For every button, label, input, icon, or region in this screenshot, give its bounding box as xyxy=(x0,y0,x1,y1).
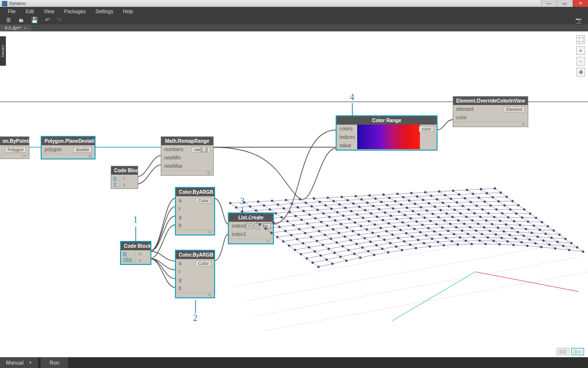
output-port[interactable]: var[]..[] xyxy=(192,147,210,153)
run-mode-label: Manual xyxy=(6,360,24,366)
tab-label: 8.5.dyn* xyxy=(5,26,21,30)
output-port[interactable]: double xyxy=(74,147,92,153)
zoom-in-button[interactable]: + xyxy=(576,46,585,55)
graph-canvas[interactable]: Library xyxy=(0,31,588,357)
node-title: Code Block xyxy=(111,166,138,175)
node-title: Element.OverrideColorInView xyxy=(453,97,528,105)
input-port[interactable]: b xyxy=(179,223,182,228)
toolbar: 🗎 🖿 💾 ↶ ↷ 📷 xyxy=(0,16,588,25)
node-title: Math.RemapRange xyxy=(161,137,213,145)
lacing-icon[interactable]: ⋮ xyxy=(89,154,93,158)
node-title: on.ByPoints xyxy=(0,137,29,145)
output-port[interactable]: > xyxy=(136,258,144,263)
menu-packages[interactable]: Packages xyxy=(59,7,91,16)
input-port[interactable]: r xyxy=(179,269,180,274)
input-port[interactable]: b xyxy=(179,286,182,291)
menu-file[interactable]: File xyxy=(3,7,21,16)
new-file-icon[interactable]: 🗎 xyxy=(6,17,12,24)
lacing-icon[interactable]: ⋮ xyxy=(208,293,212,297)
input-port[interactable]: newMax xyxy=(164,163,182,169)
menu-settings[interactable]: Settings xyxy=(91,7,118,16)
run-button[interactable]: Run xyxy=(41,357,69,368)
node-code-block-1[interactable]: Code Block 0; 1; > > xyxy=(111,166,138,189)
output-port[interactable]: > xyxy=(120,176,128,181)
node-bypoints[interactable]: on.ByPoints Polygon xyxy=(0,136,29,159)
open-file-icon[interactable]: 🖿 xyxy=(19,17,24,23)
input-port[interactable]: a xyxy=(179,198,182,203)
undo-icon[interactable]: ↶ xyxy=(45,17,50,24)
pan-button[interactable]: ✥ xyxy=(576,68,585,77)
output-port[interactable]: Polygon xyxy=(5,147,26,153)
output-port[interactable]: list xyxy=(260,223,270,229)
save-icon[interactable]: 💾 xyxy=(31,17,38,24)
node-title: Code Block xyxy=(121,242,150,250)
camera-icon[interactable]: 📷 xyxy=(575,17,582,24)
input-port[interactable]: element xyxy=(456,106,474,112)
add-input-button[interactable]: + xyxy=(246,223,252,229)
code-editor[interactable]: 0; 1; xyxy=(111,175,120,188)
input-port[interactable]: index0 xyxy=(232,223,246,229)
input-port[interactable]: g xyxy=(179,214,182,220)
lacing-icon[interactable]: ⋮ xyxy=(208,230,212,235)
node-title: Color Range xyxy=(337,116,437,125)
wires-overlay xyxy=(0,31,588,357)
node-override-color[interactable]: Element.OverrideColorInView elementEleme… xyxy=(453,96,528,127)
output-port[interactable]: color xyxy=(419,126,434,132)
tab-file[interactable]: 8.5.dyn* × xyxy=(0,25,31,31)
input-port[interactable]: color xyxy=(456,115,467,120)
window-minimize-button[interactable]: — xyxy=(541,0,557,7)
node-code-block-2[interactable]: Code Block 0; 255; > > xyxy=(121,241,151,264)
menu-bar: File Edit View Packages Settings Help xyxy=(0,7,588,16)
input-port[interactable]: value xyxy=(340,143,351,148)
node-title: Color.ByARGB xyxy=(176,188,214,196)
node-title: Color.ByARGB xyxy=(176,251,214,259)
input-port[interactable]: g xyxy=(179,277,182,283)
node-title: List.Create xyxy=(229,213,273,222)
input-port[interactable]: a xyxy=(179,261,182,266)
output-port[interactable]: Color xyxy=(196,198,211,204)
input-port[interactable]: numbers xyxy=(164,147,183,152)
input-port[interactable]: indices xyxy=(340,134,355,140)
node-remap-range[interactable]: Math.RemapRange numbersvar[]..[] newMin … xyxy=(161,136,214,176)
input-port[interactable]: r xyxy=(179,206,180,211)
color-gradient xyxy=(357,125,420,149)
annotation-2: 2 xyxy=(193,313,197,323)
zoom-out-button[interactable]: − xyxy=(576,57,585,66)
app-icon xyxy=(2,1,7,6)
output-port[interactable]: Element xyxy=(504,106,525,112)
input-port[interactable]: index1 xyxy=(232,232,246,237)
menu-help[interactable]: Help xyxy=(118,7,138,16)
remove-input-button[interactable]: - xyxy=(254,223,259,229)
lacing-icon[interactable]: ⋮ xyxy=(522,122,526,127)
code-editor[interactable]: 0; 255; xyxy=(121,250,135,264)
node-title: Polygon.PlaneDeviation xyxy=(42,137,95,145)
window-close-button[interactable]: ✕ xyxy=(572,0,588,7)
annotation-4: 4 xyxy=(350,92,354,103)
fit-view-button[interactable]: ⛶ xyxy=(576,35,585,44)
node-list-create[interactable]: List.Create index0 + - list index1 xyxy=(228,213,273,244)
output-port[interactable]: > xyxy=(136,251,144,257)
geometry-view-button[interactable]: ◫▭ xyxy=(571,348,584,355)
node-color-byargb-1[interactable]: Color.ByARGB aColor r g b ⋮ xyxy=(175,187,215,235)
node-color-byargb-2[interactable]: Color.ByARGB aColor r g b ⋮ xyxy=(175,250,215,298)
menu-edit[interactable]: Edit xyxy=(21,7,39,16)
redo-icon[interactable]: ↷ xyxy=(57,17,62,24)
run-mode-dropdown[interactable]: Manual ▼ xyxy=(0,357,39,368)
lacing-icon[interactable]: ⋮ xyxy=(207,171,211,175)
output-port[interactable]: > xyxy=(120,183,128,188)
window-titlebar: Dynamo — ▭ ✕ xyxy=(0,0,588,7)
node-plane-deviation[interactable]: Polygon.PlaneDeviation polygon double ⋮ xyxy=(41,136,95,159)
input-port[interactable]: colors xyxy=(340,126,353,131)
input-port[interactable]: polygon xyxy=(45,147,62,152)
node-color-range[interactable]: Color Range colors indices value color xyxy=(336,116,437,150)
output-port[interactable]: Color xyxy=(196,261,211,266)
graph-view-button[interactable]: ◫◫ xyxy=(557,348,569,355)
view-switcher: ◫◫ ◫▭ xyxy=(557,348,584,355)
annotation-3: 3 xyxy=(240,196,245,207)
tab-close-icon[interactable]: × xyxy=(24,26,26,30)
menu-view[interactable]: View xyxy=(39,7,59,16)
status-bar: Manual ▼ Run xyxy=(0,357,588,368)
window-maximize-button[interactable]: ▭ xyxy=(557,0,572,7)
input-port[interactable]: newMin xyxy=(164,155,181,160)
annotation-1: 1 xyxy=(133,215,138,225)
